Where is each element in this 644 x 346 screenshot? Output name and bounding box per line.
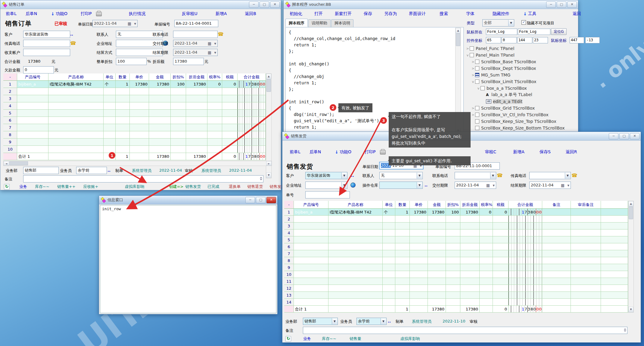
- delivery-minimize-button[interactable]: ─: [609, 133, 618, 139]
- deliver-deadline-input[interactable]: 2022-11-04▦▾: [455, 182, 496, 189]
- cell-disc[interactable]: [171, 146, 186, 153]
- cell-taxr[interactable]: [480, 216, 493, 223]
- sales-order-row-8[interactable]: 8: [3, 131, 266, 139]
- cell-disc[interactable]: [446, 250, 460, 257]
- cell-anote[interactable]: [571, 223, 601, 229]
- cell-disc[interactable]: [446, 292, 460, 299]
- cell-code[interactable]: [17, 146, 48, 153]
- cell-filler[interactable]: [601, 257, 628, 264]
- cell-note[interactable]: [542, 264, 571, 271]
- cell-name[interactable]: [48, 139, 104, 146]
- cell-note[interactable]: [542, 243, 571, 250]
- cell-qty[interactable]: [116, 124, 130, 131]
- cell-grid[interactable]: [509, 271, 542, 278]
- scroll-up-arrow[interactable]: ▲: [456, 28, 461, 33]
- cell-code[interactable]: [294, 278, 328, 285]
- cell-taxr[interactable]: [207, 124, 222, 131]
- sales-order-titlebar[interactable]: 销售订单 ─▢✕: [0, 0, 281, 9]
- cell-amount[interactable]: 17380: [149, 81, 171, 88]
- script-menu-6[interactable]: 界面设计: [409, 11, 426, 17]
- cell-disc[interactable]: [446, 223, 460, 229]
- cell-code[interactable]: [17, 95, 48, 102]
- address-combo[interactable]: ▼: [305, 182, 347, 189]
- cell-note[interactable]: [542, 216, 571, 223]
- scroll-thumb[interactable]: [456, 33, 460, 46]
- cell-filler[interactable]: [601, 278, 628, 285]
- cell-grid[interactable]: [509, 223, 542, 229]
- sales-order-row-7[interactable]: 7: [3, 124, 266, 131]
- script-titlebar[interactable]: 脚本程序 voucher.BB ─▢✕: [284, 0, 578, 9]
- cell-qty[interactable]: [116, 95, 130, 102]
- cell-grid[interactable]: [238, 95, 266, 102]
- cell-filler[interactable]: [601, 209, 628, 216]
- batch-no-input[interactable]: [305, 191, 350, 198]
- cell-anote[interactable]: [571, 292, 601, 299]
- date-input[interactable]: 2022-11-04▦▾: [92, 20, 138, 27]
- chevron-down-icon[interactable]: ▼: [381, 318, 386, 324]
- cell-qty[interactable]: 1: [395, 209, 410, 216]
- cell-qty[interactable]: [395, 292, 410, 299]
- locate-button[interactable]: 定位G: [551, 28, 567, 35]
- spinner-buttons[interactable]: [623, 328, 627, 332]
- cell-tax[interactable]: [493, 236, 509, 243]
- cell-tax[interactable]: [493, 271, 509, 278]
- cell-name[interactable]: I型笔记本电脑-IBM T42: [48, 81, 104, 88]
- cell-taxr[interactable]: [207, 95, 222, 102]
- sales-order-menu-6[interactable]: 反审核U: [182, 11, 198, 17]
- cell-unit[interactable]: [383, 285, 395, 292]
- cell-grid[interactable]: [509, 299, 542, 306]
- cell-qty[interactable]: [395, 250, 410, 257]
- scroll-up-arrow[interactable]: ▲: [628, 201, 633, 207]
- mouse-over-input-1[interactable]: Form_Log: [486, 29, 517, 35]
- cell-anote[interactable]: [571, 250, 601, 257]
- cell-qty[interactable]: [395, 257, 410, 264]
- cell-grid[interactable]: [509, 250, 542, 257]
- sales-order-row-1[interactable]: 1bijiben_aI型笔记本电脑-IBM T42个11738017380100…: [3, 81, 266, 88]
- column-header-price[interactable]: 单价: [410, 201, 428, 209]
- cell-damount[interactable]: [460, 271, 480, 278]
- settle-deadline-input[interactable]: 2022-11-04▦▾: [529, 182, 571, 189]
- cell-name[interactable]: [48, 124, 104, 131]
- owed-input[interactable]: 0: [23, 66, 54, 73]
- cell-num[interactable]: 11: [284, 278, 294, 285]
- script-maximize-button[interactable]: ▢: [557, 2, 566, 8]
- cell-taxr[interactable]: [480, 271, 493, 278]
- cell-price[interactable]: [410, 278, 428, 285]
- column-header-qty[interactable]: 数量: [116, 73, 130, 81]
- cell-unit[interactable]: [104, 110, 116, 117]
- script-menu-2[interactable]: 打开: [314, 11, 323, 17]
- cell-num[interactable]: 8: [284, 257, 294, 264]
- cell-name[interactable]: [328, 257, 383, 264]
- chevron-down-icon[interactable]: ▼: [417, 182, 422, 188]
- customer-input[interactable]: 华东捷波装饰: [23, 31, 70, 38]
- cell-unit[interactable]: 个: [104, 81, 116, 88]
- cell-damount[interactable]: [460, 229, 480, 236]
- cell-filler[interactable]: [601, 264, 628, 271]
- column-header-grid[interactable]: 合计金额: [509, 201, 542, 209]
- cell-price[interactable]: [130, 139, 149, 146]
- action-3[interactable]: 销售量++: [57, 184, 76, 189]
- cell-num[interactable]: 10: [284, 271, 294, 278]
- staff-input[interactable]: 余学前: [76, 167, 107, 174]
- cell-qty[interactable]: [116, 110, 130, 117]
- cell-damount[interactable]: [460, 236, 480, 243]
- cell-grid[interactable]: [509, 216, 542, 223]
- cell-unit[interactable]: [383, 250, 395, 257]
- cell-filler[interactable]: [601, 229, 628, 236]
- customer-combo[interactable]: 华东捷波装饰▼: [305, 172, 347, 179]
- delivery-row-6[interactable]: 6: [284, 243, 628, 250]
- cell-disc[interactable]: [171, 110, 186, 117]
- sales-order-row-5[interactable]: 5: [3, 110, 266, 117]
- cell-anote[interactable]: [571, 257, 601, 264]
- action-1[interactable]: 业务: [19, 184, 27, 189]
- control-coord-3[interactable]: 144: [517, 37, 532, 43]
- cell-code[interactable]: [294, 229, 328, 236]
- cell-qty[interactable]: [116, 88, 130, 95]
- cell-amount[interactable]: [428, 229, 446, 236]
- cell-unit[interactable]: [383, 216, 395, 223]
- column-header-unit[interactable]: 单位: [104, 73, 116, 81]
- cell-price[interactable]: [130, 146, 149, 153]
- scroll-up-arrow[interactable]: ▲: [266, 74, 271, 79]
- staff-combo[interactable]: 余学前▼: [356, 318, 387, 325]
- cell-num[interactable]: 7: [3, 124, 17, 131]
